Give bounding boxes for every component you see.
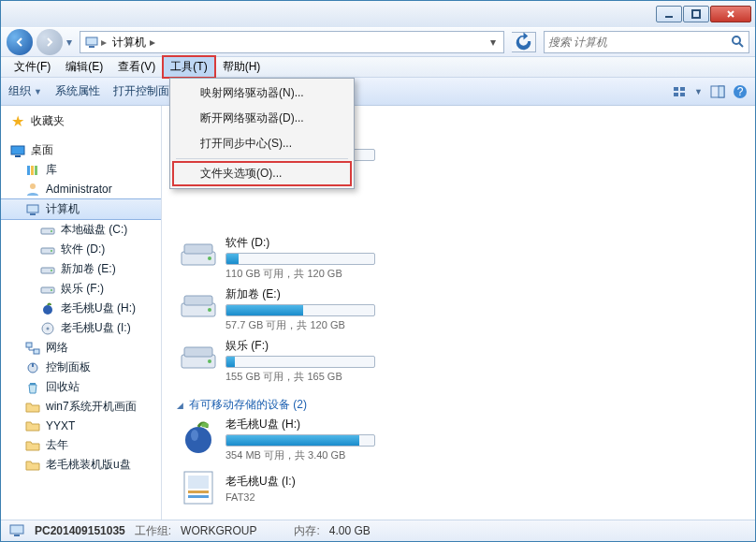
sidebar-network[interactable]: 网络	[1, 338, 161, 358]
toolbar-view-chevron[interactable]: ▼	[694, 87, 703, 96]
menu-file[interactable]: 文件(F)	[7, 56, 58, 78]
toolbar-organize[interactable]: 组织▼	[8, 83, 42, 99]
svg-point-29	[43, 305, 52, 315]
hdd-icon	[40, 282, 55, 297]
svg-point-4	[733, 37, 740, 44]
drive-e[interactable]: 新加卷 (E:) 57.7 GB 可用，共 120 GB	[179, 286, 459, 332]
menu-open-sync-center[interactable]: 打开同步中心(S)...	[172, 131, 352, 156]
menu-view[interactable]: 查看(V)	[110, 56, 163, 78]
breadcrumb-separator[interactable]: ▸	[150, 36, 155, 49]
search-box[interactable]	[544, 31, 749, 53]
star-icon: ★	[10, 114, 25, 129]
status-workgroup-label: 工作组:	[135, 523, 171, 539]
svg-rect-35	[32, 363, 34, 367]
svg-rect-10	[719, 86, 724, 97]
group-other[interactable]: ◢其他 (2)	[173, 515, 744, 520]
breadcrumb-computer[interactable]: 计算机	[109, 35, 150, 51]
toolbar-system-properties[interactable]: 系统属性	[55, 83, 100, 99]
svg-rect-55	[188, 495, 209, 498]
nav-history-dropdown[interactable]: ▾	[66, 36, 72, 49]
toolbar-help-icon[interactable]: ?	[733, 84, 748, 99]
refresh-button[interactable]	[512, 32, 536, 52]
svg-point-18	[30, 183, 36, 189]
sidebar-favorites[interactable]: ★收藏夹	[1, 111, 161, 131]
drive-i-name: 老毛桃U盘 (I:)	[225, 474, 459, 491]
folder-icon	[25, 400, 40, 415]
drive-f[interactable]: 娱乐 (F:) 155 GB 可用，共 165 GB	[179, 338, 459, 384]
group-removable[interactable]: ◢有可移动存储的设备 (2)	[173, 391, 744, 417]
svg-point-50	[191, 430, 198, 441]
svg-rect-19	[27, 205, 38, 212]
toolbar-view-dropdown[interactable]	[672, 84, 687, 99]
svg-text:?: ?	[737, 85, 744, 98]
drive-h[interactable]: 老毛桃U盘 (H:) 354 MB 可用，共 3.40 GB	[179, 417, 459, 462]
menu-separator	[176, 158, 348, 159]
hdd-large-icon	[179, 286, 218, 326]
close-button[interactable]	[710, 6, 751, 22]
menu-edit[interactable]: 编辑(E)	[58, 56, 110, 78]
sidebar-administrator[interactable]: Administrator	[1, 180, 161, 198]
svg-rect-8	[680, 93, 685, 96]
statusbar: PC201409151035 工作组: WORKGROUP 内存: 4.00 G…	[1, 520, 755, 541]
svg-point-44	[208, 308, 211, 312]
drive-f-bar	[225, 356, 375, 368]
svg-point-31	[47, 327, 50, 330]
sidebar-soft-d[interactable]: 软件 (D:)	[1, 240, 161, 259]
library-icon	[25, 163, 40, 178]
minimize-button[interactable]	[656, 6, 682, 22]
toolbar: 组织▼ 系统属性 打开控制面板 ▼ ?	[1, 78, 755, 106]
maximize-button[interactable]	[683, 6, 709, 22]
nav-forward-button[interactable]	[36, 29, 63, 55]
svg-rect-36	[30, 383, 36, 385]
svg-point-47	[208, 359, 211, 363]
hdd-large-icon	[179, 235, 218, 274]
nav-back-button[interactable]	[7, 29, 33, 55]
svg-rect-3	[89, 46, 94, 48]
sidebar-libraries[interactable]: 库	[1, 160, 161, 180]
hdd-icon	[40, 223, 55, 238]
sidebar-ent-f[interactable]: 娱乐 (F:)	[1, 279, 161, 299]
hdd-icon	[40, 242, 55, 257]
sidebar-control-panel[interactable]: 控制面板	[1, 358, 161, 377]
hdd-large-icon	[179, 338, 218, 377]
menu-map-network-drive[interactable]: 映射网络驱动器(N)...	[172, 81, 352, 106]
sidebar-lmt-h[interactable]: 老毛桃U盘 (H:)	[1, 299, 161, 318]
toolbar-preview-pane[interactable]	[710, 84, 725, 99]
sidebar-computer[interactable]: 计算机	[1, 198, 161, 220]
desktop-icon	[10, 143, 25, 158]
svg-rect-32	[26, 343, 32, 347]
svg-rect-20	[30, 213, 36, 215]
drive-h-name: 老毛桃U盘 (H:)	[225, 417, 459, 434]
sidebar-desktop[interactable]: 桌面	[1, 140, 161, 160]
address-bar[interactable]: ▸ 计算机 ▸ ▾	[80, 31, 504, 53]
menu-tools[interactable]: 工具(T)	[163, 56, 214, 78]
svg-rect-48	[184, 347, 212, 357]
sidebar-lmt-i[interactable]: 老毛桃U盘 (I:)	[1, 318, 161, 338]
svg-rect-14	[15, 155, 21, 157]
search-icon[interactable]	[730, 34, 745, 51]
sidebar-win7boot[interactable]: win7系统开机画面	[1, 397, 161, 417]
tools-dropdown: 映射网络驱动器(N)... 断开网络驱动器(D)... 打开同步中心(S)...…	[169, 78, 355, 189]
menu-disconnect-network-drive[interactable]: 断开网络驱动器(D)...	[172, 106, 352, 131]
sidebar-lastyear[interactable]: 去年	[1, 435, 161, 455]
drive-i[interactable]: 老毛桃U盘 (I:) FAT32	[179, 468, 459, 507]
menu-help[interactable]: 帮助(H)	[215, 56, 269, 78]
sidebar-lmt-installer[interactable]: 老毛桃装机版u盘	[1, 455, 161, 475]
sidebar[interactable]: ★收藏夹 桌面 库 Administrator 计算机 本地磁盘 (C:) 软件…	[1, 106, 162, 520]
sidebar-newvol-e[interactable]: 新加卷 (E:)	[1, 259, 161, 279]
menu-folder-options[interactable]: 文件夹选项(O)...	[172, 161, 352, 186]
sidebar-local-disk-c[interactable]: 本地磁盘 (C:)	[1, 220, 161, 240]
address-dropdown-icon[interactable]: ▾	[487, 36, 500, 49]
svg-rect-45	[184, 296, 212, 305]
computer-icon	[25, 202, 40, 217]
svg-rect-42	[184, 244, 212, 254]
svg-rect-13	[11, 146, 24, 154]
sidebar-yyxt[interactable]: YYXT	[1, 417, 161, 435]
drive-d[interactable]: 软件 (D:) 110 GB 可用，共 120 GB	[179, 235, 459, 281]
sidebar-recycle-bin[interactable]: 回收站	[1, 377, 161, 397]
menubar: 文件(F) 编辑(E) 查看(V) 工具(T) 帮助(H)	[1, 57, 755, 78]
svg-point-41	[208, 256, 211, 260]
status-pcname: PC201409151035	[35, 524, 125, 537]
search-input[interactable]	[548, 36, 730, 49]
network-icon	[25, 341, 40, 356]
